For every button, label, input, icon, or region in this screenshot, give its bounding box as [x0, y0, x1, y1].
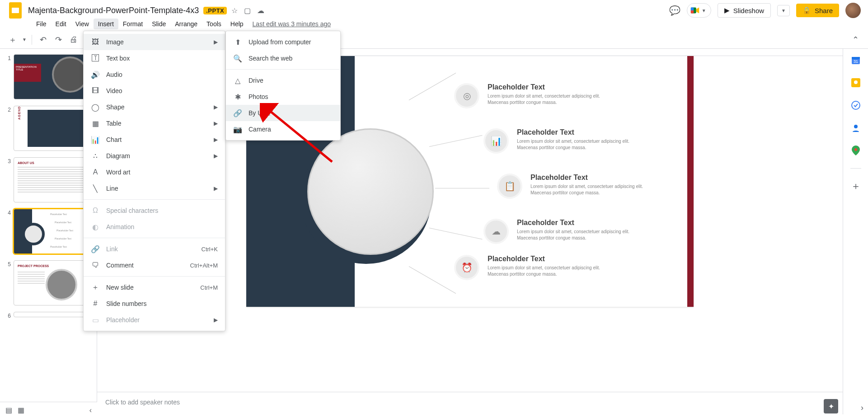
new-slide-dropdown[interactable]: ▼	[21, 33, 28, 47]
svg-point-10	[854, 80, 858, 84]
clipboard-icon: 📋	[497, 174, 522, 199]
content-item[interactable]: ⏰ Placeholder TextLorem ipsum dolor sit …	[454, 255, 605, 280]
account-avatar[interactable]	[845, 3, 861, 18]
chevron-down-icon: ▼	[702, 8, 706, 13]
image-camera[interactable]: 📷 Camera	[226, 121, 340, 137]
shortcut: Ctrl+M	[200, 284, 218, 291]
label: Video	[106, 87, 122, 94]
undo-button[interactable]: ↶	[36, 33, 50, 47]
big-circle	[307, 128, 434, 255]
label: Image	[106, 38, 124, 46]
content-item[interactable]: ☁ Placeholder TextLorem ipsum dolor sit …	[483, 219, 634, 244]
menu-help[interactable]: Help	[226, 19, 248, 29]
thumbnail-2[interactable]: AGENDA	[14, 106, 90, 151]
image-by-url[interactable]: 🔗 By URL	[226, 105, 340, 121]
insert-table[interactable]: ▦ Table ▶	[84, 115, 225, 132]
comments-icon[interactable]: 💬	[669, 5, 680, 16]
connector	[429, 228, 483, 240]
filmstrip-view-icon[interactable]: ▤	[5, 406, 12, 414]
red-bar	[687, 56, 694, 307]
content-item[interactable]: 📊 Placeholder TextLorem ipsum dolor sit …	[483, 128, 634, 154]
collapse-filmstrip-icon[interactable]: ‹	[89, 406, 92, 414]
image-icon: 🖼	[91, 38, 100, 46]
explore-button[interactable]: ✦	[824, 399, 838, 413]
insert-text-box[interactable]: 🅃 Text box	[84, 50, 225, 66]
menu-file[interactable]: File	[32, 19, 51, 29]
contacts-icon[interactable]	[851, 123, 861, 133]
calendar-icon[interactable]: 31	[851, 55, 861, 65]
move-icon[interactable]: ▢	[244, 6, 251, 15]
new-slide-button[interactable]: ＋	[5, 33, 20, 47]
slideshow-dropdown[interactable]: ▼	[777, 5, 790, 16]
comment-icon: 🗨	[91, 261, 100, 269]
insert-diagram[interactable]: ⛬ Diagram ▶	[84, 148, 225, 164]
slideshow-button[interactable]: ▶ Slideshow	[718, 3, 771, 18]
collapse-toolbar-button[interactable]: ⌃	[848, 33, 863, 47]
submenu-caret-icon: ▶	[214, 39, 218, 45]
insert-chart[interactable]: 📊 Chart ▶	[84, 132, 225, 148]
thumbnail-5[interactable]: PROJECT PROCESS	[14, 260, 90, 305]
menu-slide[interactable]: Slide	[147, 19, 170, 29]
image-search-web[interactable]: 🔍 Search the web	[226, 50, 340, 66]
thumbnail-number: 5	[4, 260, 11, 268]
meet-button[interactable]: ▼	[687, 3, 711, 18]
expand-side-panel-icon[interactable]: ›	[861, 403, 863, 413]
insert-comment[interactable]: 🗨 Comment Ctrl+Alt+M	[84, 257, 225, 273]
image-upload[interactable]: ⬆ Upload from computer	[226, 34, 340, 50]
insert-image[interactable]: 🖼 Image ▶	[84, 34, 225, 50]
menu-insert[interactable]: Insert	[94, 19, 118, 29]
thumbnail-4[interactable]: Placeholder Text Placeholder Text Placeh…	[14, 209, 90, 254]
label: Chart	[106, 136, 122, 143]
share-button[interactable]: 🔒 Share	[796, 4, 839, 17]
menu-format[interactable]: Format	[118, 19, 147, 29]
insert-shape[interactable]: ◯ Shape ▶	[84, 99, 225, 115]
cloud-status-icon[interactable]: ☁	[257, 6, 264, 15]
last-edit-link[interactable]: Last edit was 3 minutes ago	[253, 20, 331, 28]
keep-icon[interactable]	[851, 78, 861, 88]
menu-separator	[84, 276, 225, 277]
connector	[435, 188, 489, 188]
menu-separator	[226, 69, 340, 70]
pptx-badge: .PPTX	[203, 7, 227, 14]
svg-point-12	[854, 125, 858, 128]
redo-button[interactable]: ↷	[51, 33, 66, 47]
doc-title[interactable]: Majenta-Background-PowerPoint-Template-4…	[28, 6, 199, 15]
insert-new-slide[interactable]: ＋ New slide Ctrl+M	[84, 279, 225, 296]
thumbnail-3[interactable]: ABOUT US	[14, 157, 90, 202]
insert-audio[interactable]: 🔊 Audio	[84, 66, 225, 83]
thumbnail-6[interactable]	[14, 312, 90, 317]
print-button[interactable]: 🖨	[66, 33, 81, 47]
star-icon[interactable]: ☆	[231, 6, 238, 15]
maps-icon[interactable]	[851, 146, 861, 155]
label: Placeholder	[106, 316, 140, 324]
svg-text:31: 31	[853, 59, 858, 64]
addons-plus-icon[interactable]: ＋	[851, 181, 861, 191]
slides-logo[interactable]	[7, 2, 23, 19]
thumbnail-panel[interactable]: 1 PRESENTATION TITLE 2 AGENDA 3 ABOUT US…	[0, 49, 97, 414]
menu-view[interactable]: View	[71, 19, 94, 29]
thumbnail-number: 1	[4, 54, 11, 61]
insert-line[interactable]: ╲ Line ▶	[84, 180, 225, 197]
content-item[interactable]: 📋 Placeholder TextLorem ipsum dolor sit …	[497, 174, 648, 199]
submenu-caret-icon: ▶	[214, 317, 218, 323]
thumbnail-number: 2	[4, 106, 11, 113]
menu-tools[interactable]: Tools	[202, 19, 226, 29]
grid-view-icon[interactable]: ▦	[18, 406, 24, 414]
label: Animation	[106, 223, 134, 230]
thumbnail-1[interactable]: PRESENTATION TITLE	[14, 54, 90, 99]
label: Diagram	[106, 152, 130, 160]
menu-arrange[interactable]: Arrange	[170, 19, 202, 29]
menu-edit[interactable]: Edit	[51, 19, 71, 29]
insert-video[interactable]: 🎞 Video	[84, 83, 225, 99]
content-item[interactable]: ◎ Placeholder TextLorem ipsum dolor sit …	[454, 83, 605, 108]
image-photos[interactable]: ✱ Photos	[226, 89, 340, 105]
video-icon: 🎞	[91, 87, 100, 95]
insert-slide-numbers[interactable]: # Slide numbers	[84, 296, 225, 312]
image-drive[interactable]: △ Drive	[226, 72, 340, 89]
label: Camera	[249, 126, 271, 133]
speaker-notes[interactable]: Click to add speaker notes	[97, 392, 843, 414]
tasks-icon[interactable]	[851, 100, 861, 110]
insert-word-art[interactable]: A Word art	[84, 164, 225, 180]
submenu-caret-icon: ▶	[214, 136, 218, 143]
item-body: Lorem ipsum dolor sit amet, consectetuer…	[517, 138, 634, 151]
